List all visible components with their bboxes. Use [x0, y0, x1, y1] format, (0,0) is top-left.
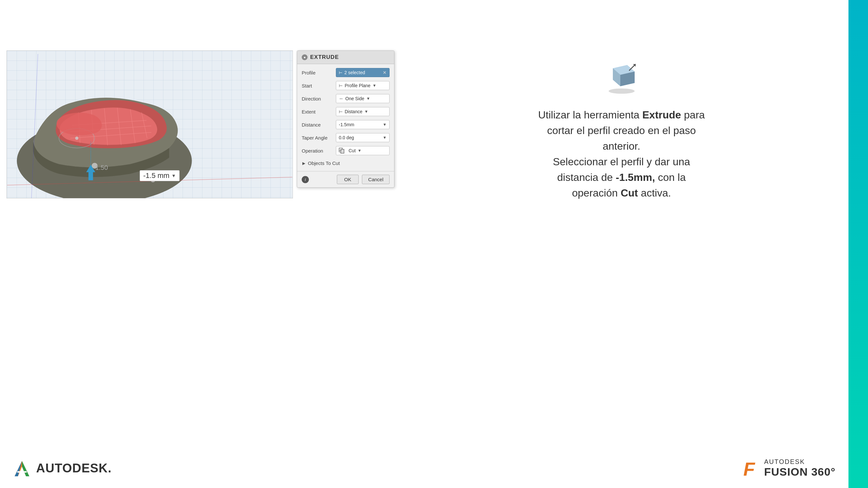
dialog-body: Profile ⊢ 2 selected ✕ Start ⊢ Profile P… [297, 64, 394, 171]
start-field[interactable]: ⊢ Profile Plane ▼ [336, 81, 390, 90]
extent-label: Extent [302, 109, 336, 115]
svg-point-23 [609, 89, 634, 94]
profile-row: Profile ⊢ 2 selected ✕ [302, 67, 390, 78]
taper-angle-value: 0.0 deg [339, 135, 354, 140]
objects-to-cut-label: Objects To Cut [308, 160, 340, 166]
extrude-bold: Extrude [643, 109, 681, 121]
fusion-f-icon: F [743, 459, 760, 477]
extrude-icon-area [604, 60, 640, 97]
objects-expand-icon: ▶ [302, 161, 305, 166]
extent-dropdown[interactable]: ⊢ Distance ▼ [339, 109, 368, 114]
extrude-tool-icon [604, 60, 640, 96]
autodesk-a-icon [13, 459, 31, 477]
distance-value-field: -1.5mm [339, 122, 354, 127]
svg-point-10 [75, 137, 79, 140]
profile-cursor-icon: ⊢ [339, 70, 342, 75]
operation-field[interactable]: Cut ▼ [336, 146, 390, 155]
operation-dropdown[interactable]: Cut ▼ [339, 148, 362, 154]
start-label: Start [302, 83, 336, 89]
cancel-button[interactable]: Cancel [362, 175, 390, 184]
autodesk-wordmark: AUTODESK. [36, 461, 112, 475]
taper-angle-field[interactable]: 0.0 deg ▼ [336, 133, 390, 142]
profile-field[interactable]: ⊢ 2 selected ✕ [336, 68, 390, 77]
direction-icon: ↔ [339, 96, 343, 101]
distance-label[interactable]: -1.5 mm ▼ [140, 170, 180, 181]
start-dropdown[interactable]: ⊢ Profile Plane ▼ [339, 83, 376, 88]
3d-viewport[interactable]: 1.50 -1.5 mm ▼ [6, 51, 293, 198]
direction-label: Direction [302, 96, 336, 101]
distance-row: Distance -1.5mm ▼ [302, 120, 390, 130]
distance-dropdown-arrow: ▼ [172, 173, 176, 178]
extent-row: Extent ⊢ Distance ▼ [302, 106, 390, 117]
bottom-logos: AUTODESK. F AUTODESK FUSION 360° [0, 458, 848, 478]
dialog-footer: i OK Cancel [297, 171, 394, 187]
extent-value: Distance [345, 109, 362, 114]
operation-row: Operation Cut ▼ [302, 145, 390, 156]
operation-value: Cut [348, 148, 356, 153]
fusion-right-logo: F AUTODESK FUSION 360° [743, 458, 835, 478]
direction-arrow-icon: ▼ [366, 96, 370, 101]
distance-value: -1.5 mm [143, 171, 169, 180]
description-panel: Utilizar la herramienta Extrude para cor… [395, 51, 848, 207]
autodesk-left-logo: AUTODESK. [13, 459, 112, 477]
distance-field[interactable]: -1.5mm ▼ [336, 120, 390, 129]
svg-text:1.50: 1.50 [95, 164, 108, 171]
dialog-close-icon[interactable]: ● [302, 54, 308, 60]
direction-dropdown[interactable]: ↔ One Side ▼ [339, 96, 370, 101]
taper-angle-arrow-icon: ▼ [383, 135, 386, 140]
fusion-wordmark: AUTODESK FUSION 360° [764, 458, 835, 478]
distance-bold: -1.5mm, [616, 171, 655, 183]
info-symbol: i [305, 177, 306, 182]
extent-icon: ⊢ [339, 109, 343, 114]
fusion-product-label: FUSION 360° [764, 465, 835, 478]
dialog-header: ● EXTRUDE [297, 51, 394, 64]
start-row: Start ⊢ Profile Plane ▼ [302, 80, 390, 91]
start-icon: ⊢ [339, 83, 343, 88]
direction-field[interactable]: ↔ One Side ▼ [336, 94, 390, 103]
button-group: OK Cancel [337, 175, 390, 184]
start-arrow-icon: ▼ [372, 83, 376, 88]
svg-rect-31 [17, 471, 27, 473]
dialog-title: EXTRUDE [310, 54, 339, 61]
profile-label: Profile [302, 70, 336, 75]
info-icon[interactable]: i [302, 176, 309, 183]
right-sidebar [848, 0, 868, 488]
taper-angle-label: Taper Angle [302, 135, 336, 140]
operation-label: Operation [302, 148, 336, 154]
start-value: Profile Plane [345, 83, 370, 88]
ok-button[interactable]: OK [337, 175, 359, 184]
extrude-dialog: ● EXTRUDE Profile ⊢ 2 selected ✕ Start [297, 51, 395, 188]
profile-value: 2 selected [344, 70, 365, 75]
extent-field[interactable]: ⊢ Distance ▼ [336, 107, 390, 116]
operation-arrow-icon: ▼ [358, 148, 362, 153]
direction-row: Direction ↔ One Side ▼ [302, 93, 390, 104]
distance-label-field: Distance [302, 122, 336, 128]
distance-arrow-icon: ▼ [383, 122, 386, 127]
middle-row: 1.50 -1.5 mm ▼ ● EXTRUDE Profile [0, 51, 848, 207]
objects-to-cut-row[interactable]: ▶ Objects To Cut [302, 158, 390, 168]
profile-clear-icon[interactable]: ✕ [383, 70, 386, 75]
fusion-brand-label: AUTODESK [764, 458, 835, 465]
svg-rect-21 [341, 149, 344, 153]
cut-bold: Cut [621, 187, 638, 199]
top-space [0, 0, 848, 51]
extent-arrow-icon: ▼ [364, 109, 368, 114]
cut-icon [339, 148, 345, 154]
direction-value: One Side [345, 96, 364, 101]
main-area: 1.50 -1.5 mm ▼ ● EXTRUDE Profile [0, 0, 848, 488]
svg-text:F: F [743, 459, 755, 477]
taper-angle-row: Taper Angle 0.0 deg ▼ [302, 132, 390, 143]
description-text: Utilizar la herramienta Extrude para cor… [538, 107, 705, 201]
